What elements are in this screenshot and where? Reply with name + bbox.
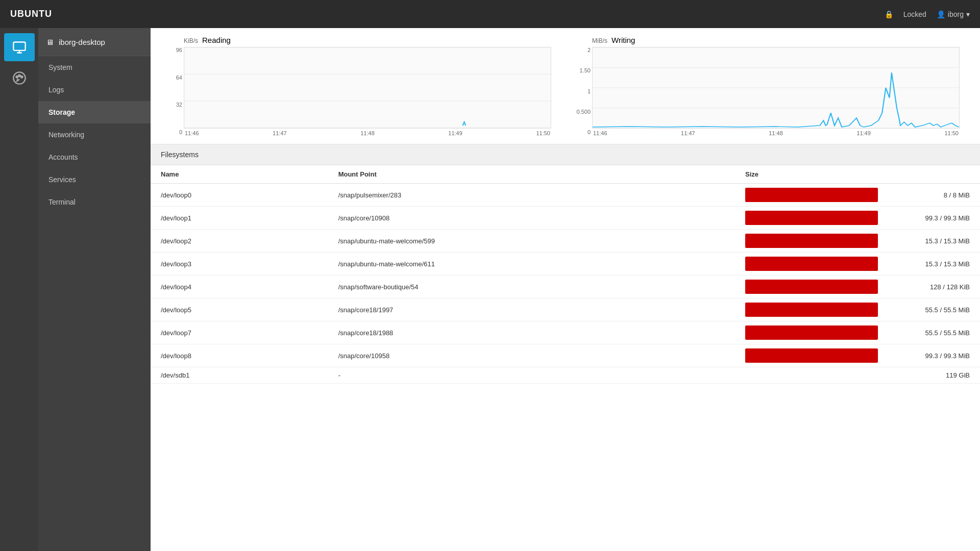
topbar-right: 🔒 Locked 👤 iborg ▾ (885, 10, 970, 18)
table-row: /dev/sdb1-119 GiB (151, 367, 980, 384)
fs-size-bar-cell (735, 276, 888, 298)
fs-size-bar-cell (735, 230, 888, 253)
table-row: /dev/loop4/snap/software-boutique/54128 … (151, 276, 980, 298)
table-row: /dev/loop5/snap/core18/199755.5 / 55.5 M… (151, 298, 980, 321)
reading-chart-title: Reading (202, 36, 231, 44)
fs-name: /dev/sdb1 (151, 367, 328, 384)
filesystems-header: Filesystems (151, 144, 980, 165)
size-bar (745, 188, 878, 202)
fs-mount: /snap/core18/1997 (328, 298, 735, 321)
size-bar-container (745, 325, 878, 340)
writing-chart-title-row: MiB/s Writing (592, 36, 960, 44)
lock-status: Locked (903, 10, 926, 18)
fs-name: /dev/loop0 (151, 184, 328, 207)
fs-name: /dev/loop3 (151, 253, 328, 276)
reading-chart-title-row: KiB/s Reading (184, 36, 551, 44)
col-mount: Mount Point (328, 165, 735, 184)
table-row: /dev/loop7/snap/core18/198855.5 / 55.5 M… (151, 321, 980, 344)
fs-size-value: 55.5 / 55.5 MiB (888, 298, 980, 321)
size-bar-container (745, 234, 878, 248)
fs-mount: /snap/pulsemixer/283 (328, 184, 735, 207)
writing-chart-wrapper (592, 47, 960, 129)
fs-mount: /snap/core/10908 (328, 207, 735, 230)
table-row: /dev/loop1/snap/core/1090899.3 / 99.3 Mi… (151, 207, 980, 230)
user-info[interactable]: 👤 iborg ▾ (937, 10, 970, 18)
sidebar-icon-palette[interactable] (4, 64, 35, 92)
username: iborg (948, 10, 964, 18)
fs-size-value: 55.5 / 55.5 MiB (888, 321, 980, 344)
fs-name: /dev/loop7 (151, 321, 328, 344)
table-row: /dev/loop2/snap/ubuntu-mate-welcome/5991… (151, 230, 980, 253)
reading-chart-x-labels: 11:46 11:47 11:48 11:49 11:50 (184, 130, 551, 136)
sidebar-item-networking[interactable]: Networking (38, 123, 151, 146)
fs-name: /dev/loop5 (151, 298, 328, 321)
hostname: iborg-desktop (59, 38, 105, 46)
sidebar-item-logs[interactable]: Logs (38, 79, 151, 101)
fs-size-value: 15.3 / 15.3 MiB (888, 230, 980, 253)
fs-size-bar-cell (735, 207, 888, 230)
fs-mount: - (328, 367, 735, 384)
svg-point-3 (18, 74, 20, 77)
svg-point-1 (13, 72, 25, 84)
fs-name: /dev/loop4 (151, 276, 328, 298)
fs-name: /dev/loop2 (151, 230, 328, 253)
size-bar-container (745, 257, 878, 271)
palette-icon (12, 71, 27, 85)
topbar: UBUNTU 🔒 Locked 👤 iborg ▾ (0, 0, 980, 28)
size-bar (745, 348, 878, 363)
sidebar-item-services[interactable]: Services (38, 168, 151, 191)
nav-sidebar: 🖥 iborg-desktop System Logs Storage Netw… (38, 28, 151, 551)
chevron-down-icon: ▾ (966, 10, 970, 18)
sidebar-item-terminal[interactable]: Terminal (38, 191, 151, 213)
fs-size-value: 128 / 128 KiB (888, 276, 980, 298)
fs-name: /dev/loop8 (151, 344, 328, 367)
fs-size-value: 99.3 / 99.3 MiB (888, 344, 980, 367)
monitor-icon (12, 40, 27, 55)
size-bar-container (745, 211, 878, 225)
size-bar (745, 280, 878, 294)
fs-size-value: 15.3 / 15.3 MiB (888, 253, 980, 276)
sidebar-item-system[interactable]: System (38, 56, 151, 79)
sidebar-icon-monitor[interactable] (4, 33, 35, 61)
reading-chart-svg (184, 47, 551, 128)
reading-chart-unit: KiB/s (184, 37, 198, 44)
writing-chart-area: 2 1.50 1 0.500 0 (592, 47, 960, 136)
filesystems-table: Name Mount Point Size /dev/loop0/snap/pu… (151, 165, 980, 384)
charts-section: KiB/s Reading 96 64 32 0 (151, 28, 980, 144)
writing-chart-container: MiB/s Writing 2 1.50 1 0.500 0 (567, 36, 970, 136)
svg-rect-0 (13, 42, 25, 50)
svg-point-4 (20, 76, 22, 78)
icon-sidebar (0, 28, 38, 551)
reading-chart-container: KiB/s Reading 96 64 32 0 (161, 36, 567, 136)
filesystems-section: Filesystems Name Mount Point Size /dev/l… (151, 144, 980, 551)
fs-size-bar-cell (735, 298, 888, 321)
nav-sidebar-header: 🖥 iborg-desktop (38, 28, 151, 56)
fs-mount: /snap/core18/1988 (328, 321, 735, 344)
fs-mount: /snap/ubuntu-mate-welcome/611 (328, 253, 735, 276)
size-bar-container (745, 303, 878, 317)
app-title: UBUNTU (10, 9, 52, 19)
writing-chart-x-labels: 11:46 11:47 11:48 11:49 11:50 (592, 130, 960, 136)
writing-chart-title: Writing (611, 36, 635, 44)
fs-size-bar-cell (735, 321, 888, 344)
lock-icon: 🔒 (885, 10, 893, 18)
size-bar-container (745, 280, 878, 294)
sidebar-item-storage[interactable]: Storage (38, 101, 151, 123)
fs-size-bar-cell (735, 367, 888, 384)
table-row: /dev/loop3/snap/ubuntu-mate-welcome/6111… (151, 253, 980, 276)
writing-chart-svg (593, 47, 959, 128)
fs-size-value: 8 / 8 MiB (888, 184, 980, 207)
size-bar (745, 211, 878, 225)
reading-chart-y-labels: 96 64 32 0 (164, 47, 182, 136)
fs-name: /dev/loop1 (151, 207, 328, 230)
fs-mount: /snap/software-boutique/54 (328, 276, 735, 298)
sidebar-item-accounts[interactable]: Accounts (38, 146, 151, 168)
content-area: KiB/s Reading 96 64 32 0 (151, 28, 980, 551)
col-name: Name (151, 165, 328, 184)
reading-chart-area: 96 64 32 0 (184, 47, 551, 136)
fs-size-bar-cell (735, 344, 888, 367)
size-bar-container (745, 188, 878, 202)
writing-chart-unit: MiB/s (592, 37, 607, 44)
size-bar (745, 303, 878, 317)
size-bar (745, 325, 878, 340)
